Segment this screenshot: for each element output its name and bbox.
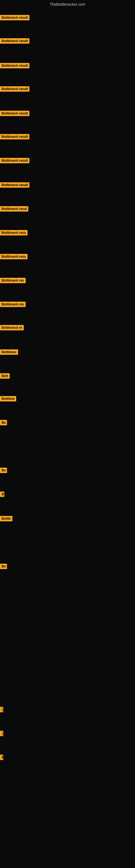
bottleneck-badge-13[interactable]: Bottleneck res [0,302,26,307]
bottleneck-badge-3[interactable]: Bottleneck result [0,63,30,68]
bottleneck-badge-5[interactable]: Bottleneck result [0,111,30,116]
bottleneck-badge-25[interactable]: E [0,755,3,760]
bottleneck-badge-20[interactable]: B [0,492,4,497]
bottleneck-badge-1[interactable]: Bottleneck result [0,15,30,20]
bottleneck-badge-16[interactable]: Bott [0,373,10,379]
bottleneck-badge-22[interactable]: Bo [0,564,7,569]
bottleneck-badge-7[interactable]: Bottleneck result [0,158,30,163]
bottleneck-badge-24[interactable]: | [0,731,3,736]
bottleneck-badge-15[interactable]: Bottlenec [0,349,18,355]
bottleneck-badge-8[interactable]: Bottleneck result [0,182,30,188]
bottleneck-badge-23[interactable]: | [0,707,3,712]
bottleneck-badge-9[interactable]: Bottleneck resul [0,206,28,212]
bottleneck-badge-4[interactable]: Bottleneck result [0,86,30,92]
bottleneck-badge-10[interactable]: Bottleneck resu [0,230,28,236]
bottleneck-badge-14[interactable]: Bottleneck re [0,325,24,330]
site-title: TheBottlenecker.com [0,0,135,8]
bottleneck-badge-19[interactable]: Bo [0,468,7,473]
bottleneck-badge-6[interactable]: Bottleneck result [0,134,30,140]
bottleneck-badge-2[interactable]: Bottleneck result [0,38,30,44]
bottleneck-badge-18[interactable]: Bo [0,420,7,425]
bottleneck-badge-21[interactable]: Bottle [0,516,12,521]
bottleneck-badge-12[interactable]: Bottleneck res [0,278,26,283]
bottleneck-badge-17[interactable]: Bottlene [0,396,16,401]
bottleneck-badge-11[interactable]: Bottleneck resu [0,254,28,259]
